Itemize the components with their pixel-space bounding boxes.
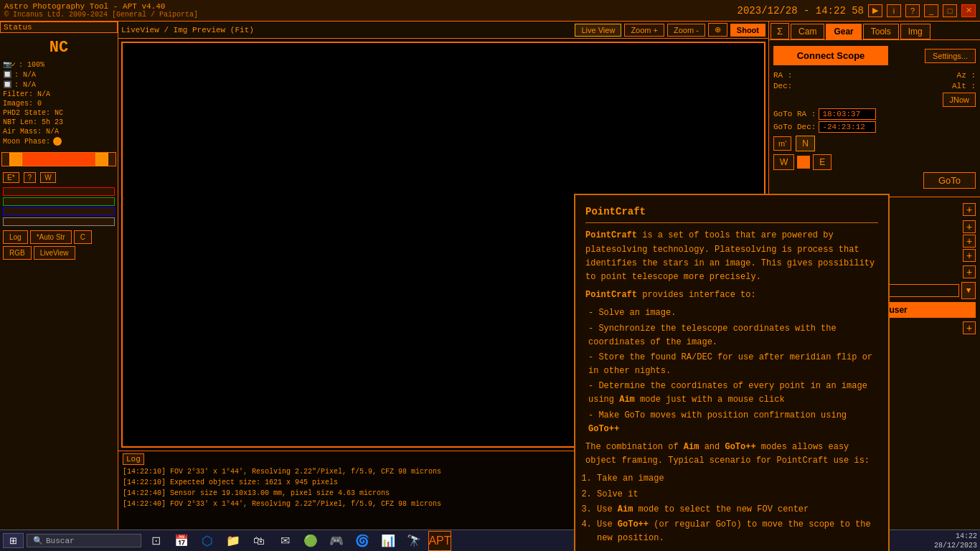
- title-bar: Astro Photography Tool - APT v4.40 © Inc…: [0, 0, 980, 22]
- app1-button[interactable]: 🟢: [299, 531, 322, 551]
- nbt-row: NBT Len: 5h 23: [3, 118, 115, 127]
- popup-combo-text: The combination of Aim and GoTo++ modes …: [585, 441, 878, 468]
- settings-button[interactable]: Settings...: [925, 49, 976, 63]
- m-button[interactable]: m': [773, 136, 791, 151]
- popup-provides-title: PointCraft provides interface to:: [585, 288, 878, 302]
- center-indicator: [797, 156, 810, 169]
- plus-button-6[interactable]: +: [963, 321, 976, 334]
- phd2-row: PHD2 State: NC: [3, 108, 115, 118]
- plus-button-3[interactable]: +: [963, 235, 976, 248]
- n-button[interactable]: N: [796, 136, 815, 151]
- calendar-icon-button[interactable]: 📅: [170, 531, 193, 551]
- images-row: Images: 0: [3, 99, 115, 108]
- slider-container[interactable]: [0, 149, 118, 169]
- status-row-3: 🔲 : N/A: [3, 80, 115, 90]
- goto-row: GoTo: [773, 172, 976, 189]
- bottom-buttons: Log *Auto Str C RGB LiveView: [0, 227, 118, 263]
- tab-cam[interactable]: Cam: [791, 24, 824, 39]
- left-panel: Status NC 📷✓ : 100% 🔲 : N/A 🔲 : N/A Filt…: [0, 22, 118, 529]
- moon-icon: [53, 137, 62, 146]
- b-bar: [3, 207, 115, 216]
- maximize-button[interactable]: □: [943, 4, 957, 17]
- moon-phase-row: Moon Phase:: [3, 136, 115, 146]
- popup-intro: PointCraft is a set of tools that are po…: [585, 229, 878, 284]
- we-row: W E: [773, 154, 976, 170]
- tab-gear[interactable]: Gear: [826, 24, 861, 39]
- apt-button[interactable]: APT: [428, 531, 451, 551]
- taskview-button[interactable]: ⊡: [144, 531, 167, 551]
- goto-ra-label: GoTo RA :: [773, 110, 816, 118]
- close-button[interactable]: ✕: [961, 4, 976, 17]
- edge-button[interactable]: ⬡: [196, 531, 219, 551]
- plus-button-1[interactable]: +: [963, 203, 976, 216]
- minimize-button[interactable]: _: [924, 4, 938, 17]
- start-button[interactable]: ⊞: [3, 533, 24, 548]
- popup-item-3: - Store the found RA/DEC for use after m…: [588, 351, 878, 378]
- shoot-button[interactable]: Shoot: [730, 24, 765, 37]
- status-section: NC 📷✓ : 100% 🔲 : N/A 🔲 : N/A Filter: N/A…: [0, 33, 118, 149]
- log-title: Log: [123, 453, 144, 465]
- c-button[interactable]: C: [74, 230, 92, 244]
- status-nc: NC: [3, 36, 115, 60]
- zoom-plus-button[interactable]: Zoom +: [624, 24, 664, 37]
- rgb-button[interactable]: RGB: [3, 246, 32, 260]
- e-direction-button[interactable]: E: [813, 154, 831, 170]
- tab-sigma[interactable]: Σ: [771, 23, 789, 39]
- liveview-header: LiveView / Img Preview (Fit) Live View Z…: [118, 22, 768, 39]
- popup-steps-list: Take an image Solve it Use Aim mode to s…: [597, 472, 878, 545]
- app5-button[interactable]: 🔭: [402, 531, 425, 551]
- status-row-2: 🔲 : N/A: [3, 70, 115, 80]
- w-button[interactable]: W: [40, 172, 55, 183]
- log-button[interactable]: Log: [3, 230, 28, 244]
- popup-step-2: Solve it: [597, 488, 878, 501]
- goto-button[interactable]: GoTo: [923, 172, 976, 189]
- slider-handle-left[interactable]: [9, 153, 22, 166]
- plus-button-2[interactable]: +: [963, 220, 976, 233]
- popup-item-5: - Make GoTo moves with position confirma…: [588, 409, 878, 436]
- w-direction-button[interactable]: W: [773, 154, 794, 170]
- popup-item-4: - Determine the coordinates of every poi…: [588, 380, 878, 407]
- mn-row: m' N: [773, 136, 976, 151]
- help-button[interactable]: ?: [905, 4, 920, 17]
- tab-img[interactable]: Img: [900, 24, 930, 39]
- jnow-button[interactable]: JNow: [943, 93, 976, 107]
- app-title: Astro Photography Tool - APT v4.40 © Inc…: [4, 2, 198, 19]
- live-view-button[interactable]: Live View: [575, 24, 621, 37]
- plus-button-5[interactable]: +: [963, 265, 976, 278]
- filter-icon: 🔲: [3, 70, 11, 79]
- popup-provides-list: - Solve an image. - Synchronize the tele…: [588, 306, 878, 436]
- app4-button[interactable]: 📊: [377, 531, 400, 551]
- app3-button[interactable]: 🌀: [351, 531, 374, 551]
- scope-section: Connect Scope Settings... RA : Az : Dec:…: [769, 40, 980, 194]
- plus-buttons: +: [963, 203, 976, 216]
- slider-handle-right[interactable]: [95, 153, 108, 166]
- goto-dec-value: -24:23:12: [819, 121, 876, 133]
- crosshair-button[interactable]: ⊕: [708, 23, 727, 37]
- slider-track[interactable]: [1, 152, 116, 166]
- status-row-1: 📷✓ : 100%: [3, 60, 115, 70]
- focuser-icon: 🔲: [3, 80, 11, 89]
- airmass-row: Air Mass: N/A: [3, 127, 115, 136]
- explorer-button[interactable]: 📁: [222, 531, 245, 551]
- mail-button[interactable]: ✉: [273, 531, 296, 551]
- dropdown-arrow-icon[interactable]: ▼: [961, 282, 976, 299]
- app2-button[interactable]: 🎮: [325, 531, 348, 551]
- tab-tools[interactable]: Tools: [863, 24, 899, 39]
- info-button[interactable]: i: [887, 4, 901, 17]
- zoom-minus-button[interactable]: Zoom -: [667, 24, 705, 37]
- question-button[interactable]: ?: [24, 172, 37, 183]
- rgb-display: [0, 186, 118, 227]
- popup-item-1: - Solve an image.: [588, 306, 878, 320]
- liveview-button[interactable]: LiveView: [34, 246, 75, 260]
- connect-scope-button[interactable]: Connect Scope: [773, 46, 888, 65]
- e-star-button[interactable]: E*: [3, 172, 19, 183]
- play-button[interactable]: ▶: [868, 4, 882, 17]
- popup-step-3: Use Aim mode to select the new FOV cente…: [597, 503, 878, 517]
- taskbar-clock: 14:22 28/12/2023: [934, 532, 977, 550]
- auto-str-button[interactable]: *Auto Str: [30, 230, 72, 244]
- store-button[interactable]: 🛍: [248, 531, 270, 551]
- taskbar-right: 14:22 28/12/2023: [934, 532, 977, 550]
- liveview-title: LiveView / Img Preview (Fit): [121, 26, 572, 34]
- title-right: 2023/12/28 - 14:22 58 ▶ i ? _ □ ✕: [738, 4, 976, 17]
- plus-button-4[interactable]: +: [963, 249, 976, 262]
